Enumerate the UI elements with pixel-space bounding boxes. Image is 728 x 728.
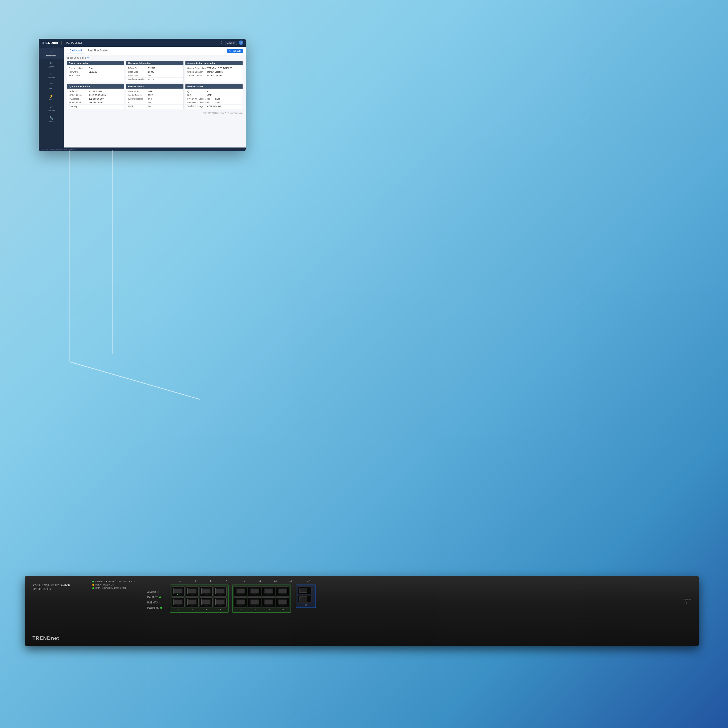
port-5-led-link [205, 594, 206, 595]
hardware-info-card: Hardware Information DRAM Size 512 MB Fl… [126, 61, 184, 83]
legend-label-1: PoE● POWER OK [95, 584, 114, 586]
reset-button[interactable] [684, 601, 687, 604]
topbar-right: ☾ English A [220, 40, 243, 45]
pnum-1: 1 [172, 580, 188, 582]
port-16 [276, 598, 289, 607]
info-grid-row1: Switch Information System Uptime 0 mins … [64, 61, 246, 84]
led-green-link [92, 581, 94, 583]
port-10 [234, 598, 247, 607]
sidebar: ⊞ Dashboard ⚙ System › ⊕ Network › ☰ QoS… [39, 47, 64, 151]
sfp-slots [298, 586, 314, 603]
reset-label: RESET [684, 598, 691, 601]
port-2-led-act [179, 605, 180, 606]
dashboard-icon: ⊞ [50, 50, 53, 54]
fs-right-row-2: IPv4 DHCP Client Mode static [185, 97, 243, 101]
port-1 [172, 586, 185, 596]
legend-row-2: SFP ● 100/1000M LINK ● ACT [92, 587, 135, 589]
led-amber-poe [92, 584, 94, 586]
indicator-dal: DAL/ACT [147, 596, 162, 599]
switch-info-card: Switch Information System Uptime 0 mins … [67, 61, 124, 83]
port-11-led-link [253, 594, 254, 595]
feature-status-right-body: QoS ON DoS OFF IPv4 DHCP Client Mode sta… [185, 89, 243, 109]
moon-icon[interactable]: ☾ [220, 41, 223, 44]
chevron-right-icon-poe: › [61, 96, 62, 99]
sidebar-label-security: Security [48, 110, 55, 112]
tab-dashboard[interactable]: Dashboard [67, 48, 85, 54]
refresh-button[interactable]: ↻ Refresh [227, 49, 243, 53]
fs-right-row-4: Total PoE Usage 0.0% (0/240W) [185, 105, 243, 108]
hw-row-2: Fan Status OK [126, 74, 183, 78]
tab-realtime[interactable]: Real-Time Statistic [85, 48, 112, 54]
chevron-right-icon-tools: › [61, 118, 62, 121]
port-7-led-act [220, 594, 222, 595]
pwr-led [160, 607, 162, 609]
poe-max-led [159, 602, 161, 604]
pnum-2: 2 [172, 608, 185, 611]
sys-row-4: Gateway [67, 105, 124, 108]
sidebar-item-poe[interactable]: ⚡ PoE › [39, 92, 64, 103]
ports-top-row-2 [234, 586, 289, 596]
brand-logo: TRENDnet [41, 41, 58, 45]
chevron-right-icon: › [61, 63, 62, 66]
ports-top-row [172, 586, 226, 596]
sfp-labels-bottom: 17 [298, 604, 314, 606]
reset-area: RESET [684, 598, 691, 604]
port-15 [276, 586, 289, 596]
system-info-header: System Information [67, 84, 124, 89]
tools-icon: 🔧 [49, 116, 54, 120]
port-3-led-link [191, 594, 192, 595]
hw-row-0: DRAM Size 512 MB [126, 66, 183, 70]
port-9-led-act [241, 594, 242, 595]
sidebar-item-network[interactable]: ⊕ Network › [39, 70, 64, 81]
info-grid-row2: System Information Serial NO. A220100104… [64, 84, 246, 111]
sidebar-item-security[interactable]: 🛡 Security › [39, 103, 64, 114]
sfp-slot-17 [298, 586, 312, 594]
port-16-led-link [281, 605, 282, 606]
port-13-led-link [267, 594, 268, 595]
port-4 [186, 598, 199, 607]
port-15-led-act [283, 594, 284, 595]
pnum-14: 14 [262, 608, 275, 611]
port-1-led-act [179, 594, 180, 595]
legend-row-0: LINK/ACT ● 10/100/1000M LINK ● ACT [92, 580, 135, 583]
language-selector[interactable]: English [225, 41, 237, 45]
port-group-9-16: 10 12 14 16 [232, 584, 291, 613]
sidebar-item-tools[interactable]: 🔧 Tools › [39, 114, 64, 125]
sidebar-label-system: System [48, 66, 55, 68]
sidebar-item-dashboard[interactable]: ⊞ Dashboard [39, 48, 64, 59]
sidebar-item-system[interactable]: ⚙ System › [39, 59, 64, 70]
pnum-16: 16 [276, 608, 289, 611]
switch-info-body: System Uptime 0 mins Firmware v1.00.02 B… [67, 66, 124, 78]
sidebar-label-poe: PoE [49, 99, 53, 101]
content-footer: © 2022 TRENDnet, Inc. All Rights Reserve… [64, 111, 246, 115]
ports-bottom-row-2 [234, 598, 289, 607]
port-12-led-link [253, 605, 254, 606]
ui-panel: TRENDnet ▐ TPE-TG182ES ● ☾ English A ⊞ D… [39, 39, 246, 151]
sfp-slot-18 [298, 595, 312, 603]
sidebar-label-tools: Tools [49, 121, 54, 123]
sfp-label-bottom-17: 17 [298, 604, 314, 606]
hw-row-1: Flash Size 16 MB [126, 70, 183, 74]
legend-area: LINK/ACT ● 10/100/1000M LINK ● ACT PoE● … [92, 580, 135, 590]
feature-status-left-card: Feature Status Voice VLAN OFF Jumbo Fram… [126, 84, 184, 109]
port-3 [186, 586, 199, 596]
pnum-4: 4 [186, 608, 199, 611]
sidebar-item-qos[interactable]: ☰ QoS › [39, 81, 64, 92]
indicator-alarm: ALARM [147, 591, 162, 593]
pnum-12: 12 [248, 608, 261, 611]
hardware-info-body: DRAM Size 512 MB Flash Size 16 MB Fan St… [126, 66, 183, 82]
port-15-led-link [281, 594, 282, 595]
admin-row-1: System Location Default Location [185, 70, 243, 74]
content-area: Dashboard Real-Time Statistic ↻ Refresh … [64, 47, 246, 151]
fs-left-row-2: IGMP Snooping OFF [126, 97, 183, 101]
port-12-led-act [255, 605, 256, 606]
port-4-led-link [191, 605, 192, 606]
refresh-small-icon[interactable]: ↻ [87, 57, 89, 59]
feature-status-right-card: Feature Status QoS ON DoS OFF IPv4 DHCP … [185, 84, 243, 109]
port-12 [248, 598, 261, 607]
user-avatar[interactable]: A [239, 40, 243, 45]
switch-info-row-1: Firmware v1.00.02 [67, 70, 124, 74]
pnum-15: 15 [283, 580, 298, 582]
datetime-label: 01 Jan 2000 0:2:53 [67, 57, 86, 59]
pwr-label: PWR/SYS [147, 606, 159, 609]
